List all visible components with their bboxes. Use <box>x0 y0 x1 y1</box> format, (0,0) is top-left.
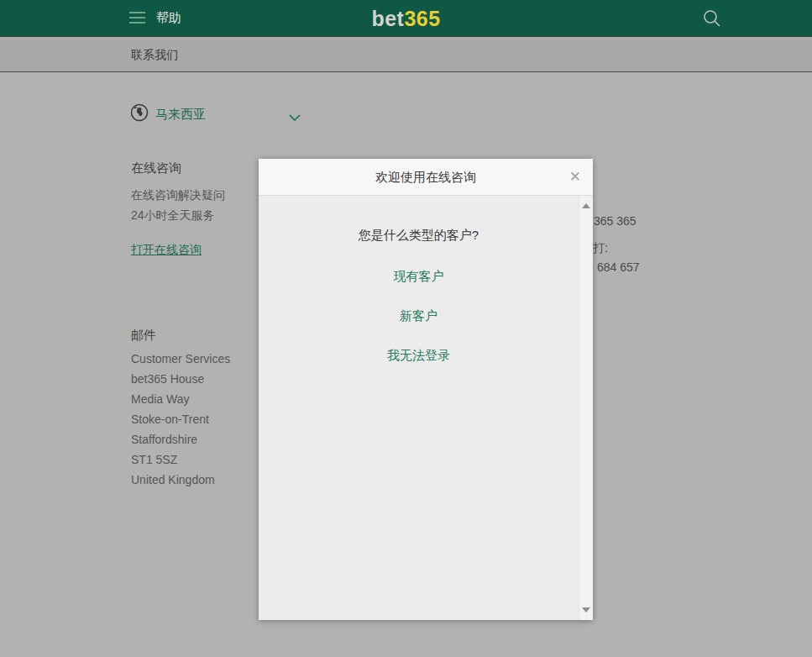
region-label: 马来西亚 <box>155 107 206 123</box>
live-chat-desc-line2: 24小时全天服务 <box>131 208 215 223</box>
live-chat-desc-line1: 在线咨询解决疑问 <box>131 188 225 203</box>
option-cannot-login[interactable]: 我无法登录 <box>259 348 579 364</box>
open-live-chat-link[interactable]: 打开在线咨询 <box>131 243 202 258</box>
close-icon[interactable]: ✕ <box>569 159 581 195</box>
globe-icon <box>130 103 149 125</box>
modal-title: 欢迎使用在线咨询 <box>259 159 593 195</box>
address-line: Customer Services <box>131 352 230 372</box>
chevron-down-icon <box>288 110 301 125</box>
address-line: Stoke-on-Trent <box>131 413 230 433</box>
address-line: United Kingdom <box>131 473 230 493</box>
top-header: 帮助 bet365 <box>0 0 812 37</box>
customer-type-question: 您是什么类型的客户? <box>259 228 579 244</box>
help-contact-page: { "header": { "menu_label": "帮助", "logo_… <box>0 0 812 657</box>
option-existing-customer[interactable]: 现有客户 <box>259 269 579 285</box>
logo-365-part: 365 <box>404 7 440 30</box>
address-line: Staffordshire <box>131 433 230 453</box>
postal-address: Customer Services bet365 House Media Way… <box>131 352 230 493</box>
scroll-up-icon[interactable] <box>582 203 590 208</box>
phone-label-fragment: 打: <box>593 241 608 256</box>
modal-scrollbar[interactable] <box>579 196 593 620</box>
address-line: Media Way <box>131 392 230 413</box>
bet365-logo[interactable]: bet365 <box>0 7 812 31</box>
sub-header: 联系我们 <box>0 38 812 72</box>
logo-bet-part: bet <box>371 7 404 30</box>
live-chat-heading: 在线咨询 <box>131 160 181 176</box>
phone-number-fragment: 365 365 <box>594 214 637 228</box>
search-icon[interactable] <box>702 8 722 29</box>
page-title: 联系我们 <box>131 48 178 63</box>
address-line: ST1 5SZ <box>131 453 230 473</box>
modal-header: 欢迎使用在线咨询 ✕ <box>259 159 593 196</box>
chat-welcome-modal: 欢迎使用在线咨询 ✕ 您是什么类型的客户? 现有客户 新客户 我无法登录 <box>259 159 593 620</box>
option-new-customer[interactable]: 新客户 <box>259 308 579 324</box>
scroll-down-icon[interactable] <box>582 607 590 612</box>
mail-heading: 邮件 <box>131 328 156 344</box>
address-line: bet365 House <box>131 372 230 392</box>
phone-number-fragment: 684 657 <box>597 260 640 274</box>
